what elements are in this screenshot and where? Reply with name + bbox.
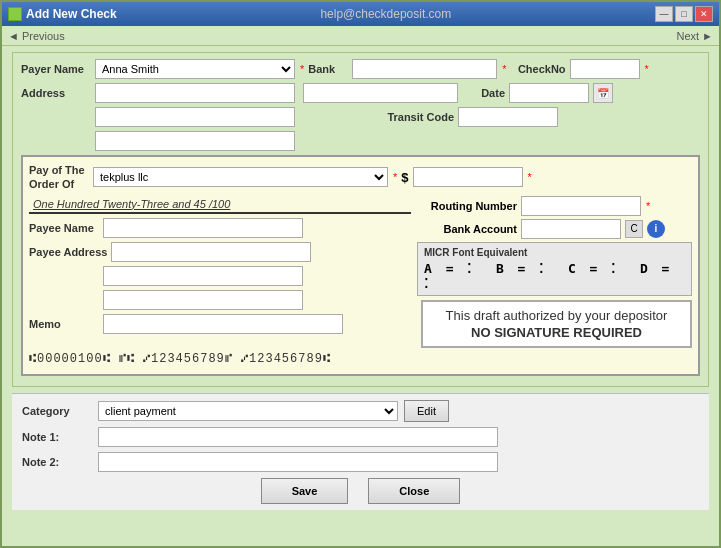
checkno-label: CheckNo: [511, 63, 566, 75]
note2-row: Note 2:: [22, 452, 699, 472]
authorized-line2: NO SIGNATURE REQUIRED: [433, 325, 680, 340]
branch-input[interactable]: Branch #1234, CA: [303, 83, 458, 103]
address1-input[interactable]: 123 Main Street: [95, 83, 295, 103]
payee-addr3-input[interactable]: 502-123-1234: [103, 290, 303, 310]
window-controls: — □ ✕: [655, 6, 713, 22]
payee-addr-row2: Louisville, KY 40241: [29, 266, 411, 286]
amount-required: *: [528, 171, 532, 183]
bank-input[interactable]: PNC Bank: [352, 59, 497, 79]
pay-select[interactable]: tekplus llc: [93, 167, 388, 187]
authorized-box: This draft authorized by your depositor …: [421, 300, 692, 348]
amount-input[interactable]: 123.45: [413, 167, 523, 187]
nav-previous[interactable]: ◄ Previous: [8, 30, 65, 42]
note1-label: Note 1:: [22, 431, 92, 443]
row-address3: 322-123-1234: [21, 131, 700, 151]
save-button[interactable]: Save: [261, 478, 349, 504]
transit-input[interactable]: [458, 107, 558, 127]
routing-required: *: [646, 200, 650, 212]
c-button[interactable]: C: [625, 220, 643, 238]
payee-addr-label: Payee Address: [29, 246, 107, 258]
address-label: Address: [21, 87, 91, 99]
checkno-required: *: [645, 63, 649, 75]
note1-row: Note 1:: [22, 427, 699, 447]
micr-label: MICR Font Equivalent: [424, 247, 685, 258]
main-window: Add New Check help@checkdeposit.com — □ …: [0, 0, 721, 548]
close-button[interactable]: Close: [368, 478, 460, 504]
written-amount: One Hundred Twenty-Three and 45 /100: [29, 196, 411, 214]
minimize-button[interactable]: —: [655, 6, 673, 22]
button-row: Save Close: [22, 478, 699, 504]
routing-label: Routing Number: [417, 200, 517, 212]
pay-label: Pay of TheOrder Of: [29, 163, 89, 192]
title-bar-left: Add New Check: [8, 7, 117, 21]
payer-required: *: [300, 63, 304, 75]
address2-input[interactable]: test City, CA 90001: [95, 107, 295, 127]
row-address2: test City, CA 90001 Transit Code: [21, 107, 700, 127]
row-payer: Payer Name Anna Smith * Bank PNC Bank * …: [21, 59, 700, 79]
maximize-button[interactable]: □: [675, 6, 693, 22]
payee-addr-row3: 502-123-1234: [29, 290, 411, 310]
payee-name-row: Payee Name tekplus llc: [29, 218, 411, 238]
micr-bottom-text: ⑆00000100⑆ ⑈⑆ ⑇123456789⑈ ⑇123456789⑆: [29, 350, 692, 368]
address3-input[interactable]: 322-123-1234: [95, 131, 295, 151]
bank-required: *: [502, 63, 506, 75]
app-icon: [8, 7, 22, 21]
checkno-input[interactable]: 1001: [570, 59, 640, 79]
micr-chars: A = ⁚ B = ⁚ C = ⁚ D = ⁚: [424, 261, 685, 291]
right-panel: Routing Number 123456789 * Bank Account …: [417, 196, 692, 348]
window-title: Add New Check: [26, 7, 117, 21]
category-select[interactable]: client payment: [98, 401, 398, 421]
date-label: Date: [470, 87, 505, 99]
dollar-sign: $: [401, 170, 408, 185]
title-bar: Add New Check help@checkdeposit.com — □ …: [2, 2, 719, 26]
payer-select[interactable]: Anna Smith: [95, 59, 295, 79]
payee-name-input[interactable]: tekplus llc: [103, 218, 303, 238]
category-label: Category: [22, 405, 92, 417]
email-display: help@checkdeposit.com: [320, 7, 451, 21]
micr-section: MICR Font Equivalent A = ⁚ B = ⁚ C = ⁚ D…: [417, 242, 692, 296]
payee-name-label: Payee Name: [29, 222, 99, 234]
payee-addr2-input[interactable]: Louisville, KY 40241: [103, 266, 303, 286]
category-row: Category client payment Edit: [22, 400, 699, 422]
row-address1: Address 123 Main Street Branch #1234, CA…: [21, 83, 700, 103]
edit-button[interactable]: Edit: [404, 400, 449, 422]
bottom-section: Category client payment Edit Note 1: Not…: [12, 393, 709, 510]
written-amount-row: One Hundred Twenty-Three and 45 /100: [29, 196, 411, 214]
note2-input[interactable]: [98, 452, 498, 472]
payee-addr-row1: Payee Address my street: [29, 242, 411, 262]
bank-acct-label: Bank Account: [417, 223, 517, 235]
routing-input[interactable]: 123456789: [521, 196, 641, 216]
payer-label: Payer Name: [21, 63, 91, 75]
transit-label: Transit Code: [299, 111, 454, 123]
form-area: Payer Name Anna Smith * Bank PNC Bank * …: [2, 46, 719, 546]
pay-required: *: [393, 171, 397, 183]
payee-addr1-input[interactable]: my street: [111, 242, 311, 262]
nav-next[interactable]: Next ►: [676, 30, 713, 42]
memo-label: Memo: [29, 318, 99, 330]
close-window-button[interactable]: ✕: [695, 6, 713, 22]
bank-label: Bank: [308, 63, 348, 75]
memo-row: Memo: [29, 314, 411, 334]
date-input[interactable]: 04/29/2014: [509, 83, 589, 103]
note2-label: Note 2:: [22, 456, 92, 468]
bank-acct-row: Bank Account 123456789 C i: [417, 219, 692, 239]
authorized-line1: This draft authorized by your depositor: [433, 308, 680, 323]
bank-acct-input[interactable]: 123456789: [521, 219, 621, 239]
pay-row: Pay of TheOrder Of tekplus llc * $ 123.4…: [29, 163, 692, 192]
calendar-button[interactable]: 📅: [593, 83, 613, 103]
check-section: Payer Name Anna Smith * Bank PNC Bank * …: [12, 52, 709, 387]
check-body: Pay of TheOrder Of tekplus llc * $ 123.4…: [21, 155, 700, 376]
top-nav: ◄ Previous Next ►: [2, 26, 719, 46]
info-icon[interactable]: i: [647, 220, 665, 238]
routing-row: Routing Number 123456789 *: [417, 196, 692, 216]
note1-input[interactable]: [98, 427, 498, 447]
memo-input[interactable]: [103, 314, 343, 334]
